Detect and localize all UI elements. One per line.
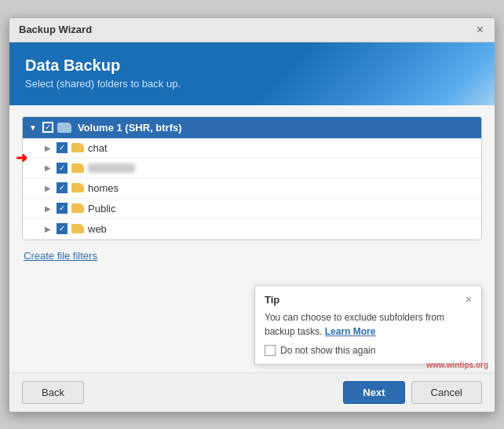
tree-item[interactable]: ▶ bbox=[23, 159, 481, 178]
title-bar: Backup Wizard × bbox=[9, 18, 495, 42]
item-label: homes bbox=[88, 182, 119, 194]
root-folder-icon bbox=[57, 123, 71, 133]
item-checkbox-web[interactable] bbox=[57, 223, 68, 234]
item-checkbox-homes[interactable] bbox=[57, 182, 68, 193]
tip-header: Tip × bbox=[265, 294, 472, 306]
item-checkbox-public[interactable] bbox=[57, 203, 68, 214]
item-checkbox-blurred[interactable] bbox=[57, 163, 68, 174]
bottom-bar: Back Next Cancel bbox=[9, 372, 495, 412]
folder-icon bbox=[71, 183, 84, 192]
item-expand-arrow: ▶ bbox=[45, 204, 51, 213]
tip-title: Tip bbox=[265, 294, 279, 306]
learn-more-link[interactable]: Learn More bbox=[325, 326, 376, 337]
folder-tree: ▼ Volume 1 (SHR, btrfs) ▶ chat ▶ bbox=[22, 116, 482, 240]
back-button[interactable]: Back bbox=[22, 381, 84, 404]
window-close-button[interactable]: × bbox=[475, 24, 485, 36]
item-label: Public bbox=[88, 203, 115, 214]
tip-checkbox-row: Do not show this again bbox=[265, 345, 472, 356]
item-expand-arrow: ▶ bbox=[45, 184, 51, 192]
root-checkbox[interactable] bbox=[42, 122, 53, 133]
folder-icon bbox=[71, 143, 84, 152]
tree-item[interactable]: ▶ web bbox=[23, 219, 481, 240]
window-title: Backup Wizard bbox=[19, 24, 92, 35]
folder-icon bbox=[71, 204, 84, 213]
tree-item[interactable]: ▶ chat bbox=[23, 138, 481, 159]
tree-children: ▶ chat ▶ ▶ homes bbox=[23, 138, 481, 240]
wizard-header: Data Backup Select (shared) folders to b… bbox=[9, 42, 495, 105]
backup-wizard-window: Backup Wizard × Data Backup Select (shar… bbox=[9, 17, 495, 412]
header-subtitle: Select (shared) folders to back up. bbox=[25, 78, 479, 90]
item-label: web bbox=[88, 223, 107, 235]
header-title: Data Backup bbox=[25, 57, 479, 75]
cancel-button[interactable]: Cancel bbox=[411, 381, 482, 404]
do-not-show-checkbox[interactable] bbox=[265, 345, 276, 356]
right-buttons: Next Cancel bbox=[343, 381, 482, 404]
item-label: chat bbox=[88, 142, 108, 154]
folder-icon bbox=[71, 224, 84, 233]
tip-body: You can choose to exclude subfolders fro… bbox=[265, 310, 472, 339]
next-button[interactable]: Next bbox=[343, 381, 404, 404]
tip-close-button[interactable]: × bbox=[466, 294, 472, 305]
create-file-filters-link[interactable]: Create file filters bbox=[24, 250, 97, 262]
footer-link-area: Create file filters bbox=[22, 250, 482, 262]
wizard-content: ➜ ▼ Volume 1 (SHR, btrfs) ▶ chat bbox=[9, 105, 495, 372]
item-expand-arrow: ▶ bbox=[45, 144, 51, 152]
root-expand-arrow: ▼ bbox=[29, 123, 37, 132]
folder-icon bbox=[71, 163, 84, 173]
do-not-show-label: Do not show this again bbox=[280, 345, 375, 356]
root-label: Volume 1 (SHR, btrfs) bbox=[78, 122, 182, 134]
tree-item[interactable]: ▶ homes bbox=[23, 178, 481, 199]
item-expand-arrow: ▶ bbox=[45, 163, 51, 172]
item-expand-arrow: ▶ bbox=[45, 225, 51, 233]
tree-item[interactable]: ▶ Public bbox=[23, 199, 481, 219]
item-label-blurred bbox=[88, 163, 135, 173]
tip-box: Tip × You can choose to exclude subfolde… bbox=[254, 285, 482, 365]
tree-root-item[interactable]: ▼ Volume 1 (SHR, btrfs) bbox=[23, 117, 481, 138]
item-checkbox-chat[interactable] bbox=[57, 142, 68, 153]
